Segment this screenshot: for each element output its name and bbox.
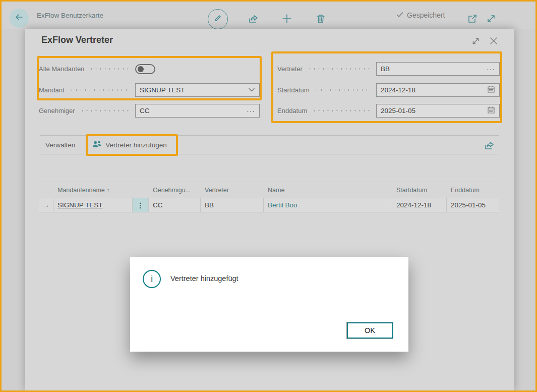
cell-genehmiger[interactable]: CC (149, 198, 201, 212)
calendar-icon[interactable] (487, 106, 495, 116)
column-header-enddatum[interactable]: Enddatum (447, 187, 499, 194)
table-header: Mandantenname ↑ Genehmigu... Vertreter N… (39, 182, 499, 198)
field-genehmiger: Genehmiger CC ··· (39, 104, 260, 118)
message-dialog: i Vertreter hinzugefügt OK (130, 257, 408, 352)
screenshot-root: ExFlow Benutzerkarte Gespeichert (0, 0, 537, 392)
ellipsis-lookup-icon[interactable]: ··· (247, 107, 255, 115)
checkmark-icon (396, 11, 404, 20)
page-title: ExFlow Benutzerkarte (37, 2, 103, 29)
cell-mandantenname[interactable]: SIGNUP TEST (53, 198, 133, 212)
calendar-icon[interactable] (487, 85, 495, 95)
trash-icon (315, 13, 327, 27)
dot-leader (308, 68, 371, 70)
dialog-close-button[interactable] (488, 36, 499, 47)
dialog-expand-button[interactable] (470, 36, 481, 47)
column-header-mandantenname[interactable]: Mandantenname ↑ (53, 187, 149, 194)
table-row: → SIGNUP TEST ⋮ CC BB Bertil Boo 2024-12… (39, 198, 499, 212)
new-button[interactable] (280, 13, 293, 26)
cell-startdatum[interactable]: 2024-12-18 (392, 198, 447, 212)
mandant-value: SIGNUP TEST (140, 86, 185, 94)
share-button[interactable] (247, 13, 260, 26)
add-representative-button[interactable]: Vertreter hinzufügen (92, 140, 167, 149)
dot-leader (70, 89, 130, 91)
chevron-down-icon (248, 86, 255, 94)
dot-leader (89, 68, 130, 70)
vertreter-input[interactable]: BB ··· (376, 62, 500, 76)
popout-window-icon (467, 13, 478, 26)
list-share-button[interactable] (483, 139, 495, 151)
share-icon (483, 144, 495, 153)
dot-leader (80, 110, 130, 111)
field-startdatum: Startdatum 2024-12-18 (277, 83, 500, 97)
field-label: Enddatum (277, 107, 307, 115)
column-header-genehmiger[interactable]: Genehmigu... (149, 187, 201, 194)
enddatum-input[interactable]: 2025-01-05 (376, 104, 500, 118)
people-icon (92, 140, 102, 149)
field-vertreter: Vertreter BB ··· (277, 62, 500, 76)
startdatum-value: 2024-12-18 (381, 86, 415, 94)
startdatum-input[interactable]: 2024-12-18 (376, 83, 500, 97)
field-label: Mandant (39, 86, 65, 94)
manage-menu[interactable]: Verwalten (45, 141, 75, 149)
sort-ascending-icon: ↑ (106, 187, 109, 194)
genehmiger-value: CC (140, 107, 150, 115)
vertreter-value: BB (381, 65, 390, 73)
close-icon (489, 36, 499, 48)
back-button[interactable] (10, 9, 29, 28)
column-header-startdatum[interactable]: Startdatum (392, 187, 447, 194)
genehmiger-input[interactable]: CC ··· (135, 104, 260, 118)
row-options-button[interactable]: ⋮ (133, 198, 149, 212)
field-label: Vertreter (277, 65, 303, 73)
expand-diagonal-icon (486, 13, 497, 26)
ok-button[interactable]: OK (346, 322, 393, 339)
delete-button[interactable] (314, 13, 327, 26)
field-alle-mandanten: Alle Mandanten (39, 62, 260, 76)
column-header-vertreter[interactable]: Vertreter (201, 187, 264, 194)
dialog-title: ExFlow Vertreter (41, 35, 113, 45)
ellipsis-lookup-icon[interactable]: ··· (487, 65, 495, 73)
list-toolbar: Verwalten Vertreter hinzufügen (40, 135, 499, 154)
column-header-name[interactable]: Name (264, 187, 392, 194)
share-icon (247, 13, 259, 27)
enddatum-value: 2025-01-05 (381, 107, 415, 115)
cell-enddatum[interactable]: 2025-01-05 (447, 198, 499, 212)
field-label: Genehmiger (39, 107, 75, 115)
plus-icon (281, 13, 293, 27)
save-status-label: Gespeichert (407, 11, 445, 19)
edit-button[interactable] (208, 9, 228, 29)
pencil-icon (213, 13, 223, 25)
field-mandant: Mandant SIGNUP TEST (39, 83, 260, 97)
popout-button[interactable] (466, 13, 479, 26)
expand-diagonal-icon (471, 36, 481, 48)
alle-mandanten-toggle[interactable] (135, 64, 155, 74)
mandant-select[interactable]: SIGNUP TEST (135, 83, 260, 97)
toggle-knob (138, 66, 144, 72)
manage-label: Verwalten (45, 141, 75, 149)
dot-leader (315, 89, 371, 91)
cell-vertreter[interactable]: BB (201, 198, 264, 212)
cell-name[interactable]: Bertil Boo (264, 198, 392, 212)
field-enddatum: Enddatum 2025-01-05 (277, 104, 500, 118)
page-topbar: ExFlow Benutzerkarte Gespeichert (2, 2, 535, 29)
field-label: Startdatum (277, 86, 310, 94)
dot-leader (312, 110, 371, 111)
info-icon: i (143, 270, 161, 288)
save-status: Gespeichert (396, 2, 445, 29)
add-representative-label: Vertreter hinzufügen (105, 141, 167, 149)
back-arrow-icon (14, 12, 24, 24)
active-row-arrow-icon[interactable]: → (39, 198, 53, 212)
fullscreen-button[interactable] (485, 13, 498, 26)
field-label: Alle Mandanten (39, 65, 84, 73)
message-text: Vertreter hinzugefügt (170, 274, 238, 283)
